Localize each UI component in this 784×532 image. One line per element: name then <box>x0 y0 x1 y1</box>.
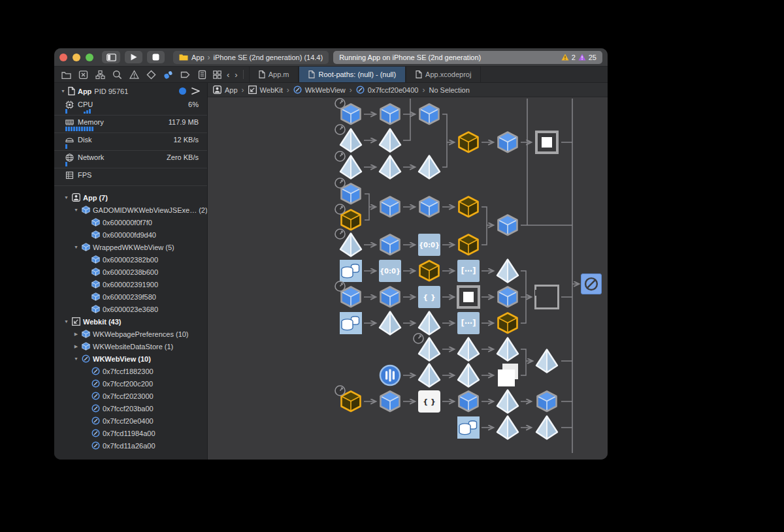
graph-node-cube-blue[interactable] <box>377 232 403 258</box>
tree-item[interactable]: ▼Webkit (43) <box>54 315 207 328</box>
tree-item[interactable]: 0x7fccf203ba00 <box>54 402 207 415</box>
graph-node-cube-orange[interactable] <box>416 258 442 284</box>
graph-node-pyramid[interactable] <box>455 336 482 362</box>
graph-node-layers[interactable] <box>495 362 521 388</box>
process-row[interactable]: ▼ App PID 95761 <box>54 84 207 98</box>
toggle-navigator-button[interactable] <box>102 51 120 63</box>
disclosure-triangle[interactable]: ▼ <box>73 245 79 249</box>
graph-node-circle-bars[interactable] <box>377 362 403 388</box>
disclosure-triangle[interactable]: ▼ <box>61 89 65 93</box>
zoom-window-button[interactable] <box>86 54 93 61</box>
graph-node-pyramid[interactable] <box>338 232 364 258</box>
tree-item[interactable]: 0x7fccf20e0400 <box>54 415 207 427</box>
tree-item[interactable]: 0x600002391900 <box>54 278 207 290</box>
gauge-row-cpu[interactable]: CPU6% <box>54 98 207 116</box>
editor-tab[interactable]: Root-paths: (null) - (null) <box>299 67 406 82</box>
graph-node-pyramid[interactable] <box>416 362 442 388</box>
graph-node-root-selected[interactable] <box>581 274 602 294</box>
graph-node-tile-db[interactable] <box>338 310 364 336</box>
graph-node-view-frame[interactable] <box>455 284 482 310</box>
warning-count[interactable]: 2 <box>572 54 576 61</box>
stop-button[interactable] <box>147 51 165 63</box>
graph-node-cube-orange[interactable] <box>495 310 521 336</box>
graph-node-pyramid[interactable] <box>495 258 521 284</box>
graph-node-tile-brace-white[interactable]: { } <box>416 388 442 415</box>
test-navigator-icon[interactable] <box>146 70 156 80</box>
tree-item[interactable]: ▶WKWebpagePreferences (10) <box>54 328 207 340</box>
graph-node-cube-blue[interactable] <box>495 129 521 155</box>
close-window-button[interactable] <box>59 54 67 61</box>
tree-item[interactable]: 0x7fcd11984a00 <box>54 427 207 439</box>
graph-node-tile-dict[interactable]: {0:0} <box>377 258 403 284</box>
graph-node-cube-blue[interactable] <box>377 101 403 127</box>
graph-node-pyramid[interactable] <box>534 348 560 374</box>
tree-item[interactable]: 0x7fccf2023000 <box>54 390 207 402</box>
runtime-issue-icon[interactable] <box>578 54 586 61</box>
disclosure-triangle[interactable]: ▼ <box>63 195 69 200</box>
disclosure-triangle[interactable]: ▼ <box>73 356 79 361</box>
graph-node-tile-array[interactable]: [⋯] <box>455 258 482 284</box>
graph-node-pyramid[interactable] <box>416 154 442 180</box>
report-navigator-icon[interactable] <box>197 70 207 80</box>
gauge-row-fps[interactable]: FPS <box>54 168 207 186</box>
graph-node-cube-blue[interactable] <box>338 284 364 310</box>
tree-item[interactable]: 0x600000f0f7f0 <box>54 216 207 228</box>
graph-node-pyramid[interactable] <box>455 362 482 388</box>
editor-tab[interactable]: App.m <box>249 67 299 82</box>
graph-node-cube-blue[interactable] <box>416 101 442 127</box>
disclosure-triangle[interactable]: ▼ <box>73 208 79 212</box>
graph-node-tile-array[interactable]: [⋯] <box>455 310 482 336</box>
tree-item[interactable]: ▼WrappedWKWebView (5) <box>54 241 207 253</box>
graph-node-pyramid[interactable] <box>377 154 403 180</box>
graph-node-tile-db[interactable] <box>455 415 482 441</box>
graph-node-pyramid[interactable] <box>534 415 560 441</box>
tree-item[interactable]: ▶WKWebsiteDataStore (1) <box>54 340 207 352</box>
breakpoint-navigator-icon[interactable] <box>180 70 190 80</box>
graph-node-cube-orange[interactable] <box>338 388 364 415</box>
tree-item[interactable]: 0x600000fd9d40 <box>54 228 207 241</box>
graph-node-view-frame[interactable] <box>534 129 560 155</box>
minimize-window-button[interactable] <box>73 54 80 61</box>
jump-bar-item[interactable]: WebKit <box>248 86 283 94</box>
forward-button[interactable]: › <box>235 70 237 80</box>
tree-item[interactable]: 0x6000023e3680 <box>54 303 207 315</box>
tree-item[interactable]: 0x7fccf200c200 <box>54 377 207 390</box>
graph-node-tile-brace[interactable]: { } <box>416 284 442 310</box>
gauge-row-disk[interactable]: Disk12 KB/s <box>54 133 207 151</box>
memory-graph-canvas[interactable]: {0:0} {0:0} [⋯] { } <box>208 97 608 460</box>
graph-node-cube-orange[interactable] <box>455 232 482 258</box>
graph-node-cube-blue[interactable] <box>534 388 560 415</box>
disclosure-triangle[interactable]: ▶ <box>73 344 79 349</box>
symbol-navigator-icon[interactable] <box>78 70 88 80</box>
graph-node-cube-orange[interactable] <box>455 194 482 220</box>
graph-node-pyramid[interactable] <box>495 415 521 441</box>
tree-item[interactable]: 0x7fccf1882300 <box>54 365 207 377</box>
debug-navigator-icon[interactable] <box>163 70 173 80</box>
graph-node-pyramid[interactable] <box>416 336 442 362</box>
jump-bar-item[interactable]: WkWebView <box>293 86 346 94</box>
graph-node-cube-blue[interactable] <box>377 388 403 415</box>
gauge-row-network[interactable]: NetworkZero KB/s <box>54 151 207 168</box>
run-button[interactable] <box>125 51 142 63</box>
disclosure-triangle[interactable]: ▼ <box>63 319 69 324</box>
project-navigator-icon[interactable] <box>61 70 71 80</box>
back-button[interactable]: ‹ <box>227 70 229 80</box>
issue-navigator-icon[interactable] <box>129 70 139 80</box>
disclosure-triangle[interactable]: ▶ <box>73 332 79 337</box>
warning-icon[interactable] <box>561 54 569 61</box>
gauge-row-memory[interactable]: Memory117.9 MB <box>54 116 207 133</box>
tree-item[interactable]: 0x60000239f580 <box>54 290 207 303</box>
tree-item[interactable]: 0x60000238b600 <box>54 266 207 278</box>
graph-node-cube-blue[interactable] <box>416 194 442 220</box>
graph-node-pyramid[interactable] <box>495 388 521 415</box>
jump-bar-item[interactable]: App <box>213 86 238 94</box>
tree-item[interactable]: ▼App (7) <box>54 191 207 204</box>
tree-item[interactable]: 0x7fcd11a26a00 <box>54 439 207 452</box>
graph-node-cube-blue[interactable] <box>495 284 521 310</box>
find-navigator-icon[interactable] <box>112 70 122 80</box>
graph-node-view-frame-mark[interactable] <box>534 284 560 310</box>
tree-item[interactable]: ▼GADOMIDWKWebViewJSExe… (2) <box>54 204 207 216</box>
runtime-issue-count[interactable]: 25 <box>589 54 596 61</box>
jump-bar-item[interactable]: No Selection <box>429 86 469 94</box>
fork-icon[interactable] <box>191 87 201 95</box>
